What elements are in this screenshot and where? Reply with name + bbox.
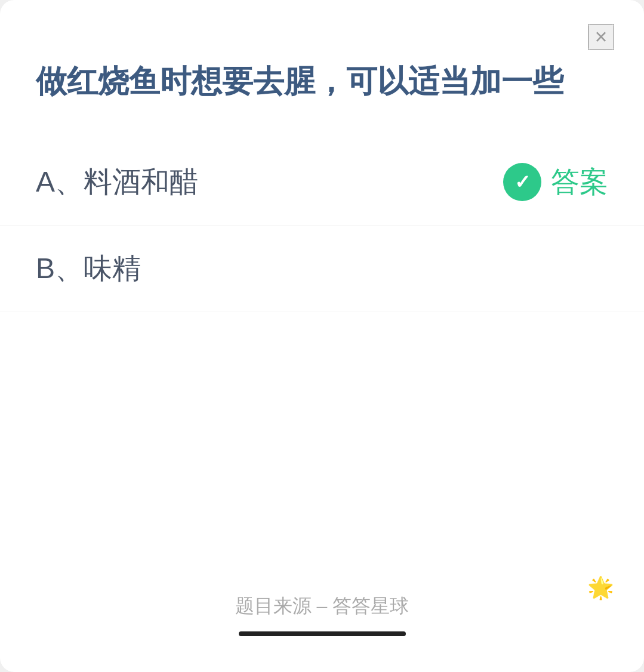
footer: 题目来源 – 答答星球 [0,575,644,672]
footer-bar [239,631,406,636]
modal-dialog: × 做红烧鱼时想要去腥，可以适当加一些 A、料酒和醋 ✓ 答案 B、味精 题目来… [0,0,644,672]
answer-label: 答案 [551,163,608,201]
star-icon: 🌟 [587,575,614,600]
footer-source-text: 题目来源 – 答答星球 [235,593,409,619]
answer-badge: ✓ 答案 [503,163,608,201]
option-row-b[interactable]: B、味精 [0,226,644,312]
option-a-text: A、料酒和醋 [36,163,198,201]
answer-check-circle: ✓ [503,163,541,201]
question-text: 做红烧鱼时想要去腥，可以适当加一些 [36,60,572,103]
close-icon: × [594,26,607,48]
checkmark-icon: ✓ [514,171,531,193]
option-row-a[interactable]: A、料酒和醋 ✓ 答案 [0,139,644,226]
close-button[interactable]: × [588,24,614,50]
options-container: A、料酒和醋 ✓ 答案 B、味精 [0,139,644,575]
option-b-text: B、味精 [36,249,141,288]
